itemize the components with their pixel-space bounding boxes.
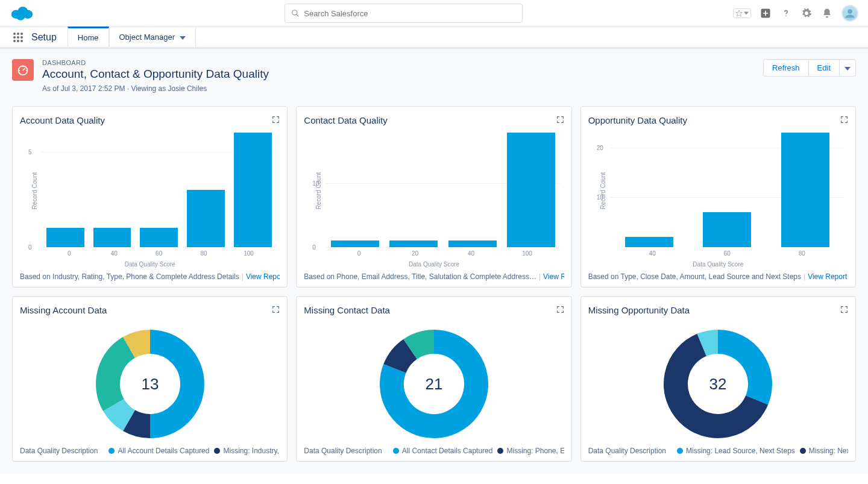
x-tick-label: 80	[778, 250, 826, 257]
card-title: Opportunity Data Quality	[588, 115, 687, 125]
page-title: Account, Contact & Opportunity Data Qual…	[42, 68, 269, 81]
svg-line-5	[297, 14, 299, 17]
tab-home-label: Home	[78, 33, 99, 42]
page-header: DASHBOARD Account, Contact & Opportunity…	[0, 49, 868, 101]
donut-center-value: 13	[141, 375, 159, 393]
bar[interactable]	[507, 133, 555, 247]
svg-point-8	[785, 16, 787, 17]
svg-point-10	[13, 33, 16, 35]
x-tick-label: 60	[703, 250, 751, 257]
tab-home[interactable]: Home	[68, 27, 109, 47]
bar[interactable]	[625, 133, 673, 247]
x-axis-label: Data Quality Score	[20, 261, 280, 268]
svg-point-4	[292, 10, 297, 15]
page-meta: DASHBOARD Account, Contact & Opportunity…	[42, 59, 269, 93]
user-avatar[interactable]	[841, 5, 858, 22]
bar[interactable]	[46, 133, 84, 247]
card-title: Account Data Quality	[20, 115, 105, 125]
bar[interactable]	[389, 133, 438, 247]
add-button[interactable]	[760, 7, 772, 19]
card-title: Missing Opportunity Data	[588, 305, 690, 315]
view-report-link[interactable]: View Report	[246, 272, 280, 281]
bar-chart: Record Count 010 02040100 Data Quality S…	[304, 130, 564, 269]
donut-segment[interactable]	[129, 421, 150, 426]
legend-swatch	[393, 448, 399, 454]
setup-gear-icon[interactable]	[800, 7, 813, 19]
bar[interactable]	[187, 133, 225, 247]
donut-segment[interactable]	[395, 349, 410, 368]
salesforce-logo[interactable]	[10, 4, 34, 23]
expand-icon[interactable]	[840, 116, 848, 125]
y-axis-label: Record Count	[31, 172, 38, 210]
refresh-button[interactable]: Refresh	[763, 59, 809, 77]
expand-icon[interactable]	[556, 306, 564, 315]
expand-icon[interactable]	[272, 116, 280, 125]
svg-point-15	[20, 36, 23, 39]
svg-point-12	[20, 33, 23, 35]
card-title: Missing Contact Data	[304, 305, 390, 315]
notifications-bell-icon[interactable]	[821, 7, 833, 19]
x-tick-label: 40	[92, 250, 136, 257]
donut-segment[interactable]	[113, 405, 129, 421]
search-input[interactable]	[304, 9, 516, 18]
x-tick-label: 100	[226, 250, 271, 257]
global-search	[285, 4, 523, 23]
svg-point-13	[13, 36, 16, 39]
card-account_bar: Account Data Quality Record Count 05 040…	[12, 106, 288, 288]
x-tick-label: 0	[47, 250, 92, 257]
donut-segment[interactable]	[410, 342, 434, 349]
bar[interactable]	[703, 133, 751, 247]
legend-swatch	[108, 448, 115, 454]
page-subtitle: As of Jul 3, 2017 2:52 PM · Viewing as J…	[42, 84, 269, 93]
chevron-down-icon	[180, 33, 186, 42]
card-opportunity_bar: Opportunity Data Quality Record Count 10…	[580, 106, 856, 288]
donut-segment[interactable]	[108, 347, 129, 405]
legend: Data Quality DescriptionAll Contact Deta…	[304, 447, 564, 455]
favorites-button[interactable]	[733, 8, 751, 18]
bar[interactable]	[781, 133, 829, 247]
help-icon[interactable]	[780, 7, 792, 19]
svg-point-16	[13, 40, 16, 42]
page-eyebrow: DASHBOARD	[42, 59, 269, 66]
donut-chart: 32	[588, 320, 848, 444]
expand-icon[interactable]	[556, 116, 564, 125]
app-launcher-icon[interactable]	[10, 27, 27, 47]
legend-label: Data Quality Description	[588, 447, 666, 455]
more-actions-button[interactable]	[840, 59, 856, 77]
legend-item: Missing: Industry, Ra	[223, 447, 280, 455]
view-report-link[interactable]: View Report	[543, 272, 564, 281]
x-tick-label: 40	[628, 250, 676, 257]
legend-item: Missing: Phone, Ema	[506, 447, 564, 455]
card-footer: Based on Type, Close Date, Amount, Lead …	[588, 272, 848, 281]
svg-point-17	[17, 40, 19, 42]
header-utility	[733, 5, 858, 22]
card-title: Contact Data Quality	[304, 115, 387, 125]
page-actions: Refresh Edit	[763, 59, 856, 77]
view-report-link[interactable]: View Report	[808, 272, 847, 281]
svg-point-14	[17, 36, 19, 39]
svg-point-18	[20, 40, 23, 42]
legend-item: All Contact Details Captured	[402, 447, 493, 455]
donut-segment[interactable]	[129, 342, 150, 347]
bar-chart: Record Count 05 0406080100 Data Quality …	[20, 130, 280, 269]
dashboard-grid: Account Data Quality Record Count 05 040…	[0, 101, 868, 474]
x-tick-label: 80	[181, 250, 226, 257]
bar[interactable]	[331, 133, 379, 247]
x-tick-label: 40	[447, 250, 495, 257]
card-footer: Based on Industry, Rating, Type, Phone &…	[20, 272, 280, 281]
bar[interactable]	[93, 133, 131, 247]
edit-button[interactable]: Edit	[809, 59, 840, 77]
bar[interactable]	[140, 133, 178, 247]
donut-segment[interactable]	[702, 342, 719, 345]
x-axis-label: Data Quality Score	[588, 261, 848, 268]
svg-marker-6	[736, 10, 742, 16]
expand-icon[interactable]	[272, 306, 280, 315]
bar[interactable]	[448, 133, 497, 247]
legend-swatch	[800, 448, 806, 454]
global-header	[0, 0, 868, 27]
expand-icon[interactable]	[840, 306, 848, 315]
search-box[interactable]	[285, 4, 523, 23]
card-opportunity_donut: Missing Opportunity Data 32 Data Quality…	[580, 296, 856, 462]
bar[interactable]	[234, 133, 272, 247]
tab-object-manager[interactable]: Object Manager	[109, 27, 197, 47]
